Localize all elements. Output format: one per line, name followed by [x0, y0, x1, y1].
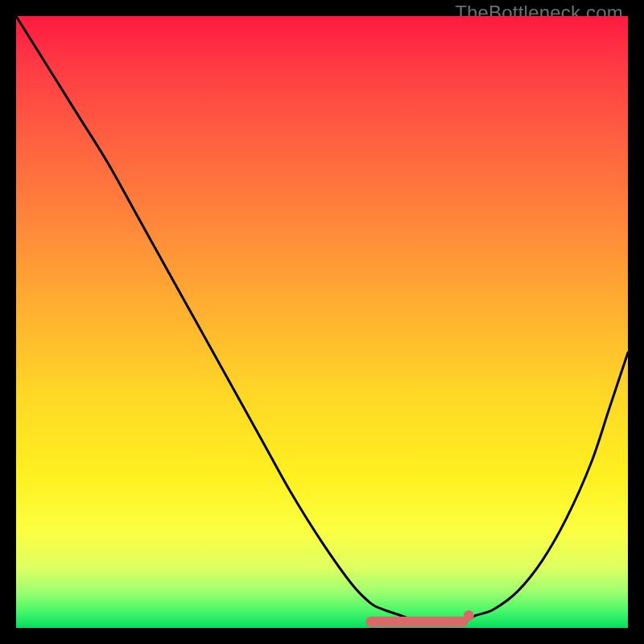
chart-frame	[16, 16, 628, 628]
bottleneck-curve-svg	[16, 16, 628, 628]
bottleneck-curve-path	[16, 16, 628, 622]
elbow-dot	[464, 610, 474, 621]
